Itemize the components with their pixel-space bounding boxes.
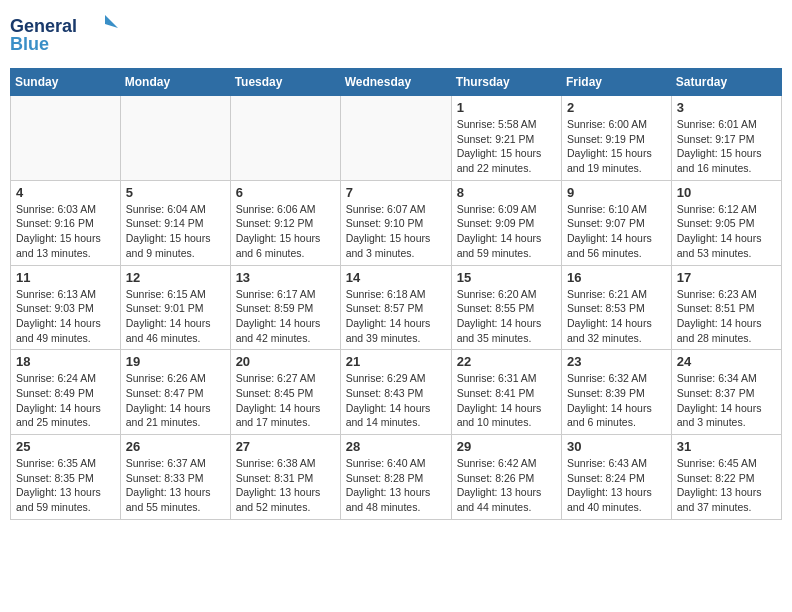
calendar-cell: 19Sunrise: 6:26 AM Sunset: 8:47 PM Dayli… bbox=[120, 350, 230, 435]
cell-date: 11 bbox=[16, 270, 115, 285]
calendar-cell: 8Sunrise: 6:09 AM Sunset: 9:09 PM Daylig… bbox=[451, 180, 561, 265]
calendar-cell: 21Sunrise: 6:29 AM Sunset: 8:43 PM Dayli… bbox=[340, 350, 451, 435]
cell-date: 14 bbox=[346, 270, 446, 285]
calendar-week-3: 11Sunrise: 6:13 AM Sunset: 9:03 PM Dayli… bbox=[11, 265, 782, 350]
cell-date: 31 bbox=[677, 439, 776, 454]
cell-date: 13 bbox=[236, 270, 335, 285]
calendar-week-5: 25Sunrise: 6:35 AM Sunset: 8:35 PM Dayli… bbox=[11, 435, 782, 520]
calendar-cell: 31Sunrise: 6:45 AM Sunset: 8:22 PM Dayli… bbox=[671, 435, 781, 520]
cell-date: 7 bbox=[346, 185, 446, 200]
page-header: General Blue bbox=[10, 10, 782, 60]
cell-info: Sunrise: 6:31 AM Sunset: 8:41 PM Dayligh… bbox=[457, 371, 556, 430]
logo: General Blue bbox=[10, 10, 120, 60]
calendar-cell: 27Sunrise: 6:38 AM Sunset: 8:31 PM Dayli… bbox=[230, 435, 340, 520]
calendar-cell: 3Sunrise: 6:01 AM Sunset: 9:17 PM Daylig… bbox=[671, 96, 781, 181]
cell-date: 1 bbox=[457, 100, 556, 115]
cell-date: 27 bbox=[236, 439, 335, 454]
calendar-cell: 17Sunrise: 6:23 AM Sunset: 8:51 PM Dayli… bbox=[671, 265, 781, 350]
logo-svg: General Blue bbox=[10, 10, 120, 60]
cell-info: Sunrise: 6:13 AM Sunset: 9:03 PM Dayligh… bbox=[16, 287, 115, 346]
calendar-cell: 28Sunrise: 6:40 AM Sunset: 8:28 PM Dayli… bbox=[340, 435, 451, 520]
cell-date: 24 bbox=[677, 354, 776, 369]
cell-info: Sunrise: 6:03 AM Sunset: 9:16 PM Dayligh… bbox=[16, 202, 115, 261]
cell-date: 23 bbox=[567, 354, 666, 369]
cell-date: 9 bbox=[567, 185, 666, 200]
cell-info: Sunrise: 5:58 AM Sunset: 9:21 PM Dayligh… bbox=[457, 117, 556, 176]
cell-date: 25 bbox=[16, 439, 115, 454]
cell-info: Sunrise: 6:07 AM Sunset: 9:10 PM Dayligh… bbox=[346, 202, 446, 261]
cell-date: 26 bbox=[126, 439, 225, 454]
cell-date: 15 bbox=[457, 270, 556, 285]
calendar-cell: 2Sunrise: 6:00 AM Sunset: 9:19 PM Daylig… bbox=[562, 96, 672, 181]
cell-info: Sunrise: 6:29 AM Sunset: 8:43 PM Dayligh… bbox=[346, 371, 446, 430]
cell-date: 30 bbox=[567, 439, 666, 454]
calendar-cell: 13Sunrise: 6:17 AM Sunset: 8:59 PM Dayli… bbox=[230, 265, 340, 350]
calendar-cell: 5Sunrise: 6:04 AM Sunset: 9:14 PM Daylig… bbox=[120, 180, 230, 265]
calendar-cell: 1Sunrise: 5:58 AM Sunset: 9:21 PM Daylig… bbox=[451, 96, 561, 181]
cell-info: Sunrise: 6:40 AM Sunset: 8:28 PM Dayligh… bbox=[346, 456, 446, 515]
cell-date: 3 bbox=[677, 100, 776, 115]
calendar-cell: 25Sunrise: 6:35 AM Sunset: 8:35 PM Dayli… bbox=[11, 435, 121, 520]
cell-info: Sunrise: 6:26 AM Sunset: 8:47 PM Dayligh… bbox=[126, 371, 225, 430]
svg-text:General: General bbox=[10, 16, 77, 36]
cell-info: Sunrise: 6:21 AM Sunset: 8:53 PM Dayligh… bbox=[567, 287, 666, 346]
cell-date: 28 bbox=[346, 439, 446, 454]
cell-info: Sunrise: 6:27 AM Sunset: 8:45 PM Dayligh… bbox=[236, 371, 335, 430]
cell-date: 29 bbox=[457, 439, 556, 454]
cell-info: Sunrise: 6:32 AM Sunset: 8:39 PM Dayligh… bbox=[567, 371, 666, 430]
cell-info: Sunrise: 6:01 AM Sunset: 9:17 PM Dayligh… bbox=[677, 117, 776, 176]
calendar-cell: 23Sunrise: 6:32 AM Sunset: 8:39 PM Dayli… bbox=[562, 350, 672, 435]
svg-text:Blue: Blue bbox=[10, 34, 49, 54]
calendar-cell: 26Sunrise: 6:37 AM Sunset: 8:33 PM Dayli… bbox=[120, 435, 230, 520]
calendar-cell: 16Sunrise: 6:21 AM Sunset: 8:53 PM Dayli… bbox=[562, 265, 672, 350]
weekday-header-monday: Monday bbox=[120, 69, 230, 96]
calendar-table: SundayMondayTuesdayWednesdayThursdayFrid… bbox=[10, 68, 782, 520]
cell-info: Sunrise: 6:37 AM Sunset: 8:33 PM Dayligh… bbox=[126, 456, 225, 515]
cell-date: 4 bbox=[16, 185, 115, 200]
calendar-cell bbox=[340, 96, 451, 181]
calendar-cell: 29Sunrise: 6:42 AM Sunset: 8:26 PM Dayli… bbox=[451, 435, 561, 520]
cell-date: 12 bbox=[126, 270, 225, 285]
calendar-week-4: 18Sunrise: 6:24 AM Sunset: 8:49 PM Dayli… bbox=[11, 350, 782, 435]
cell-date: 16 bbox=[567, 270, 666, 285]
weekday-header-row: SundayMondayTuesdayWednesdayThursdayFrid… bbox=[11, 69, 782, 96]
calendar-cell: 12Sunrise: 6:15 AM Sunset: 9:01 PM Dayli… bbox=[120, 265, 230, 350]
calendar-cell: 10Sunrise: 6:12 AM Sunset: 9:05 PM Dayli… bbox=[671, 180, 781, 265]
cell-date: 21 bbox=[346, 354, 446, 369]
cell-info: Sunrise: 6:17 AM Sunset: 8:59 PM Dayligh… bbox=[236, 287, 335, 346]
calendar-cell: 6Sunrise: 6:06 AM Sunset: 9:12 PM Daylig… bbox=[230, 180, 340, 265]
cell-date: 17 bbox=[677, 270, 776, 285]
cell-date: 22 bbox=[457, 354, 556, 369]
cell-date: 6 bbox=[236, 185, 335, 200]
cell-info: Sunrise: 6:34 AM Sunset: 8:37 PM Dayligh… bbox=[677, 371, 776, 430]
cell-date: 19 bbox=[126, 354, 225, 369]
calendar-cell: 30Sunrise: 6:43 AM Sunset: 8:24 PM Dayli… bbox=[562, 435, 672, 520]
calendar-cell: 14Sunrise: 6:18 AM Sunset: 8:57 PM Dayli… bbox=[340, 265, 451, 350]
cell-info: Sunrise: 6:15 AM Sunset: 9:01 PM Dayligh… bbox=[126, 287, 225, 346]
svg-marker-2 bbox=[105, 15, 118, 28]
calendar-week-1: 1Sunrise: 5:58 AM Sunset: 9:21 PM Daylig… bbox=[11, 96, 782, 181]
calendar-cell bbox=[120, 96, 230, 181]
cell-info: Sunrise: 6:18 AM Sunset: 8:57 PM Dayligh… bbox=[346, 287, 446, 346]
cell-info: Sunrise: 6:38 AM Sunset: 8:31 PM Dayligh… bbox=[236, 456, 335, 515]
calendar-cell: 18Sunrise: 6:24 AM Sunset: 8:49 PM Dayli… bbox=[11, 350, 121, 435]
weekday-header-sunday: Sunday bbox=[11, 69, 121, 96]
calendar-cell: 22Sunrise: 6:31 AM Sunset: 8:41 PM Dayli… bbox=[451, 350, 561, 435]
cell-date: 10 bbox=[677, 185, 776, 200]
cell-info: Sunrise: 6:04 AM Sunset: 9:14 PM Dayligh… bbox=[126, 202, 225, 261]
cell-info: Sunrise: 6:24 AM Sunset: 8:49 PM Dayligh… bbox=[16, 371, 115, 430]
cell-info: Sunrise: 6:12 AM Sunset: 9:05 PM Dayligh… bbox=[677, 202, 776, 261]
calendar-cell: 9Sunrise: 6:10 AM Sunset: 9:07 PM Daylig… bbox=[562, 180, 672, 265]
cell-info: Sunrise: 6:45 AM Sunset: 8:22 PM Dayligh… bbox=[677, 456, 776, 515]
weekday-header-tuesday: Tuesday bbox=[230, 69, 340, 96]
weekday-header-saturday: Saturday bbox=[671, 69, 781, 96]
cell-date: 5 bbox=[126, 185, 225, 200]
weekday-header-friday: Friday bbox=[562, 69, 672, 96]
calendar-cell bbox=[11, 96, 121, 181]
cell-info: Sunrise: 6:42 AM Sunset: 8:26 PM Dayligh… bbox=[457, 456, 556, 515]
cell-info: Sunrise: 6:20 AM Sunset: 8:55 PM Dayligh… bbox=[457, 287, 556, 346]
cell-info: Sunrise: 6:06 AM Sunset: 9:12 PM Dayligh… bbox=[236, 202, 335, 261]
calendar-cell: 15Sunrise: 6:20 AM Sunset: 8:55 PM Dayli… bbox=[451, 265, 561, 350]
cell-info: Sunrise: 6:43 AM Sunset: 8:24 PM Dayligh… bbox=[567, 456, 666, 515]
weekday-header-wednesday: Wednesday bbox=[340, 69, 451, 96]
